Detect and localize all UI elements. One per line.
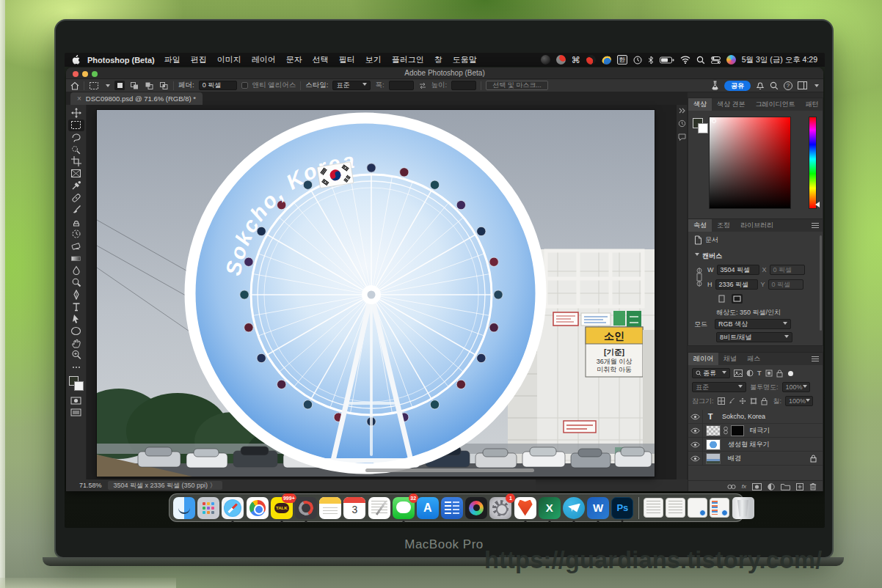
dock-chrome[interactable] — [247, 497, 269, 519]
lock-pixels-icon[interactable] — [729, 397, 735, 405]
bluetooth-icon[interactable] — [648, 56, 654, 65]
menu-help[interactable]: 도움말 — [453, 54, 477, 65]
color-swatches[interactable] — [693, 118, 709, 134]
menu-window[interactable]: 창 — [434, 54, 442, 65]
selection-intersect-button[interactable] — [158, 81, 169, 90]
filter-shape-layers-icon[interactable] — [765, 370, 773, 377]
layer-thumbnail[interactable] — [706, 425, 721, 436]
height-input[interactable] — [451, 81, 476, 90]
lock-transparency-icon[interactable] — [718, 397, 725, 405]
dock-kakaotalk[interactable]: TALK999+ — [271, 497, 293, 519]
dock-finder[interactable] — [173, 497, 195, 519]
spotlight-search-icon[interactable] — [696, 56, 705, 65]
dock-messages[interactable]: 32 — [393, 497, 415, 519]
quick-selection-tool[interactable] — [68, 144, 84, 156]
close-window-button[interactable] — [73, 71, 79, 77]
link-layers-icon[interactable] — [727, 484, 736, 490]
menu-image[interactable]: 이미지 — [217, 54, 241, 65]
dock-news-app[interactable] — [441, 497, 463, 519]
lock-artboard-icon[interactable] — [750, 397, 757, 405]
tab-patterns[interactable]: 패턴 — [801, 98, 823, 111]
close-tab-icon[interactable]: × — [77, 95, 81, 103]
crop-tool[interactable] — [68, 155, 84, 168]
tab-libraries[interactable]: 라이브러리 — [735, 219, 779, 232]
clone-stamp-tool[interactable] — [68, 216, 84, 229]
dock-trash[interactable] — [732, 497, 754, 519]
swap-dimensions-icon[interactable] — [418, 82, 427, 89]
filter-adjustment-layers-icon[interactable] — [746, 370, 754, 377]
background-color-swatch[interactable] — [74, 381, 84, 391]
layer-mask-thumbnail[interactable] — [731, 425, 744, 436]
gradient-tool[interactable] — [68, 252, 84, 265]
workspace-switcher-icon[interactable] — [798, 81, 807, 89]
filter-type-layers-icon[interactable]: T — [757, 370, 762, 377]
document-info[interactable]: 3504 픽셀 x 2336 픽셀 (350 ppi) 〉 — [108, 481, 222, 490]
tab-adjustments[interactable]: 조정 — [712, 219, 735, 232]
more-tools-icon[interactable] — [68, 361, 84, 374]
dock-brave[interactable] — [514, 497, 536, 519]
minimize-window-button[interactable] — [82, 71, 88, 77]
delete-layer-icon[interactable] — [809, 482, 817, 490]
layer-thumbnail[interactable] — [706, 439, 721, 450]
dock-minimized-window[interactable] — [644, 498, 663, 518]
marquee-tool-preset-icon[interactable] — [89, 81, 99, 90]
dock-calendar[interactable]: 3 — [343, 497, 365, 519]
hue-slider-handle[interactable] — [812, 202, 820, 207]
beta-flask-icon[interactable] — [711, 81, 719, 90]
dock-telegram[interactable] — [563, 497, 585, 519]
command-key-icon[interactable]: ⌘ — [572, 55, 580, 65]
clock-icon[interactable] — [633, 56, 642, 65]
fill-dropdown[interactable]: 100% — [785, 396, 813, 406]
help-icon[interactable]: ? — [784, 81, 792, 90]
dock-safari[interactable] — [222, 497, 244, 519]
notifications-bell-icon[interactable] — [756, 81, 765, 90]
dock-minimized-window[interactable] — [666, 498, 685, 518]
panel-menu-icon[interactable] — [812, 223, 819, 228]
dock-textedit[interactable] — [368, 497, 390, 519]
blend-mode-dropdown[interactable]: 표준 — [692, 382, 746, 392]
layer-row-background[interactable]: 배경 — [688, 452, 823, 466]
battery-icon[interactable] — [660, 56, 674, 64]
menu-type[interactable]: 문자 — [286, 54, 302, 65]
layer-name[interactable]: 생성형 채우기 — [728, 440, 770, 449]
search-icon[interactable] — [770, 81, 779, 90]
hue-slider[interactable] — [809, 117, 817, 209]
quick-mask-button[interactable] — [68, 394, 84, 407]
tool-preset-caret[interactable] — [106, 84, 110, 89]
dock-app-store[interactable]: A — [417, 497, 439, 519]
dock-word[interactable]: W — [587, 497, 609, 519]
selection-add-button[interactable] — [129, 81, 139, 90]
menu-extra-app2-icon[interactable] — [556, 55, 566, 65]
portrait-orientation-button[interactable] — [716, 294, 727, 304]
zoom-window-button[interactable] — [92, 71, 98, 77]
blur-tool[interactable] — [68, 265, 84, 277]
panel-menu-icon[interactable] — [812, 356, 819, 361]
visibility-eye-icon[interactable] — [688, 410, 703, 424]
menu-extra-app4-icon[interactable] — [602, 55, 611, 65]
document-canvas[interactable]: 소인 [기준] 36개월 이상 미취학 아동 — [97, 110, 655, 477]
menu-select[interactable]: 선택 — [313, 54, 329, 65]
tab-gradients[interactable]: 그레이디언트 — [751, 98, 801, 111]
visibility-eye-icon[interactable] — [688, 452, 703, 466]
layer-thumbnail[interactable] — [706, 453, 721, 464]
lock-all-icon[interactable] — [761, 397, 768, 405]
healing-brush-tool[interactable] — [68, 192, 84, 205]
y-value[interactable]: 0 픽셀 — [768, 279, 803, 290]
menu-layer[interactable]: 레이어 — [252, 54, 276, 65]
pen-tool[interactable] — [68, 289, 84, 301]
layer-name[interactable]: 배경 — [728, 454, 741, 463]
menu-extra-app3-icon[interactable] — [586, 55, 596, 65]
home-icon[interactable] — [70, 81, 79, 90]
marquee-tool[interactable] — [68, 120, 84, 132]
apple-logo-icon[interactable] — [72, 55, 80, 65]
share-button[interactable]: 공유 — [724, 81, 751, 91]
color-mode-dropdown[interactable]: RGB 색상 — [715, 319, 791, 329]
control-center-icon[interactable] — [711, 56, 721, 64]
select-and-mask-button[interactable]: 선택 및 마스크... — [486, 81, 548, 90]
width-value[interactable]: 3504 픽셀 — [717, 265, 759, 275]
input-source-indicator[interactable]: 한 — [617, 55, 627, 65]
dock-system-settings[interactable]: 1 — [489, 497, 511, 519]
dock-launchpad[interactable] — [197, 497, 219, 519]
eyedropper-tool[interactable] — [68, 180, 84, 192]
zoom-level[interactable]: 71.58% — [79, 482, 102, 489]
